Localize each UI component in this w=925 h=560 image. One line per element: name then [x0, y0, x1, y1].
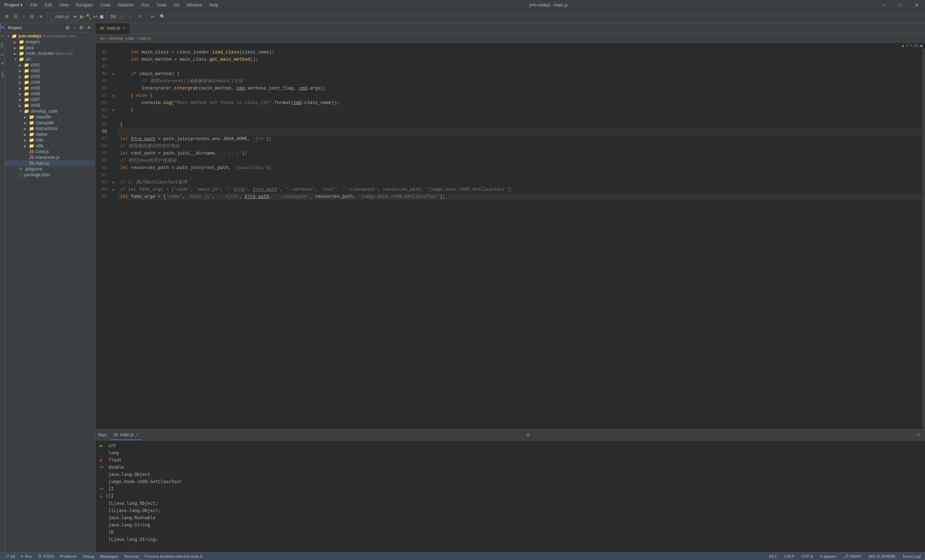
- search-button[interactable]: 🔍: [158, 13, 167, 20]
- tree-item-cmd-js[interactable]: JSCmd.js: [5, 149, 95, 155]
- toolbar-settings-btn[interactable]: ⚙: [28, 13, 36, 20]
- run-settings-btn[interactable]: ⚙: [524, 431, 532, 438]
- code-line-53[interactable]: }: [117, 107, 922, 114]
- code-line-51[interactable]: } else {: [117, 92, 922, 99]
- code-line-58[interactable]: // 得到项目路径的绝对地址: [117, 143, 922, 150]
- side-icon-commit[interactable]: C: [0, 32, 5, 40]
- menu-navigate[interactable]: Navigate: [72, 1, 96, 9]
- tree-item-classfile[interactable]: ▶📁classfile: [5, 114, 95, 120]
- tree-item-ch03[interactable]: ▶📁ch03: [5, 74, 95, 80]
- side-icon-npm[interactable]: npm: [0, 68, 5, 81]
- tree-item-src[interactable]: ▼ 📁 src: [5, 56, 95, 62]
- tab-main-js[interactable]: JS main.js ✕: [95, 23, 130, 34]
- toolbar-btn2[interactable]: ☰: [12, 13, 20, 20]
- code-line-56[interactable]: [117, 128, 922, 135]
- tree-item-native[interactable]: ▶📁native: [5, 131, 95, 137]
- run-tab-close[interactable]: ✕: [136, 432, 139, 437]
- tree-item-ch01[interactable]: ▶📁ch01: [5, 62, 95, 68]
- maximize-button[interactable]: □: [892, 0, 908, 10]
- sidebar-icon-btn2[interactable]: ↕: [72, 24, 77, 31]
- minimize-button[interactable]: ─: [875, 0, 892, 10]
- tree-item-develop-code[interactable]: ▼📁develop_code: [5, 108, 95, 114]
- menu-help[interactable]: Help: [206, 1, 222, 9]
- menu-refactor[interactable]: Refactor: [114, 1, 138, 9]
- code-line-52[interactable]: console.log("Main method not found in cl…: [117, 99, 922, 107]
- status-todo[interactable]: ☰ TODO: [36, 554, 56, 558]
- code-line-46[interactable]: let main_method = main_class.get_main_me…: [117, 56, 922, 63]
- tree-item-gitignore[interactable]: ▶⚙.gitignore: [5, 166, 95, 172]
- code-line-54[interactable]: [117, 114, 922, 121]
- code-line-65[interactable]: let fake_args = ['node', 'main.js', '--X…: [117, 193, 922, 200]
- tree-item-utils[interactable]: ▶📁utils: [5, 143, 95, 149]
- code-line-59[interactable]: let root_path = path.join(__dirname, '..…: [117, 150, 922, 157]
- toolbar-project-btn[interactable]: ⚙: [3, 13, 11, 20]
- tree-item-ch08[interactable]: ▶📁ch08: [5, 102, 95, 108]
- tree-item-interpreter-js[interactable]: JSInterpreter.js: [5, 155, 95, 160]
- tree-item-instructions[interactable]: ▶📁instructions: [5, 126, 95, 131]
- code-line-50[interactable]: Interpreter.interpret(main_method, cmd.v…: [117, 85, 922, 92]
- status-memory[interactable]: 681 of 2048MB: [867, 554, 897, 558]
- side-icon-project[interactable]: P: [0, 23, 5, 32]
- menu-view[interactable]: View: [56, 1, 72, 9]
- git-check[interactable]: ✓: [119, 13, 126, 20]
- tree-item-ch06[interactable]: ▶📁ch06: [5, 91, 95, 97]
- menu-edit[interactable]: Edit: [41, 1, 56, 9]
- build-button[interactable]: 🔨: [86, 14, 92, 20]
- tree-item-ch07[interactable]: ▶📁ch07: [5, 97, 95, 102]
- breadcrumb-main-js[interactable]: main.js: [139, 36, 151, 41]
- tree-item-package-json[interactable]: ▶{ }package.json: [5, 172, 95, 178]
- code-line-47[interactable]: [117, 63, 922, 71]
- tree-item-ch02[interactable]: ▶📁ch02: [5, 68, 95, 74]
- tree-item-java[interactable]: ▶ 📁 java: [5, 45, 95, 51]
- status-event-log[interactable]: Event Log: [901, 554, 922, 558]
- code-line-48[interactable]: if (main_method) {: [117, 71, 922, 78]
- code-line-60[interactable]: // 得到java的用户类路径: [117, 157, 922, 164]
- menu-code[interactable]: Code: [96, 1, 114, 9]
- code-content[interactable]: 45 46 47 48 49 50 51 52 53 54 55 56 57 5…: [95, 49, 925, 429]
- status-position[interactable]: 56:1: [768, 554, 778, 558]
- status-debug[interactable]: Debug: [81, 554, 95, 558]
- tree-item-images[interactable]: ▶ 📁 images: [5, 39, 95, 45]
- run-tab-main-js[interactable]: JS main.js ✕: [110, 429, 142, 440]
- tree-item-rtda[interactable]: ▶📁rtda: [5, 137, 95, 143]
- toolbar-close-btn[interactable]: ✕: [37, 13, 44, 20]
- tree-item-node-modules[interactable]: ▶ 📁 node_modules library root: [5, 51, 95, 56]
- menu-run[interactable]: Run: [138, 1, 153, 9]
- side-icon-structure[interactable]: S: [0, 51, 5, 59]
- status-run[interactable]: ▶ Run: [20, 554, 34, 558]
- menu-file[interactable]: File: [27, 1, 41, 9]
- toolbar-btn3[interactable]: ↕: [21, 13, 27, 20]
- close-button[interactable]: ✕: [908, 0, 925, 10]
- stop-button[interactable]: ⏹: [99, 14, 104, 20]
- breadcrumb-develop-code[interactable]: develop_code: [109, 36, 134, 41]
- status-terminal[interactable]: Terminal: [122, 554, 140, 558]
- reload-button[interactable]: ↩: [93, 14, 98, 20]
- undo-button[interactable]: ↩: [149, 13, 157, 20]
- sidebar-icon-btn1[interactable]: ⊞: [65, 24, 71, 31]
- status-line-ending[interactable]: CRLF: [783, 554, 796, 558]
- git-push[interactable]: ✓: [127, 13, 134, 20]
- side-icon-pull[interactable]: PR: [0, 40, 5, 51]
- status-encoding[interactable]: UTF-8: [800, 554, 814, 558]
- code-line-49[interactable]: // 调用interpret()函数解析执行main()方法: [117, 78, 922, 85]
- run-button[interactable]: ▶: [80, 13, 84, 20]
- code-line-61[interactable]: let resources_path = path.join(root_path…: [117, 164, 922, 171]
- code-line-64[interactable]: // let fake_args = ['node', 'main.js', '…: [117, 186, 922, 193]
- menu-window[interactable]: Window: [183, 1, 206, 9]
- git-arrow[interactable]: ↗: [136, 13, 143, 20]
- status-messages[interactable]: Messages: [99, 554, 120, 558]
- code-line-45[interactable]: let main_class = class_loader.load_class…: [117, 49, 922, 56]
- status-branch[interactable]: ⎇ master: [842, 554, 863, 558]
- code-line-63[interactable]: // 1. 执行GetClassTest程序: [117, 179, 922, 186]
- status-indent[interactable]: 4 spaces: [819, 554, 838, 558]
- sidebar-icon-btn4[interactable]: ✕: [86, 24, 92, 31]
- tree-root-item[interactable]: ▼ 📁 jvm-nodejs E:\LearningDisk\Learning_…: [5, 33, 95, 39]
- tree-item-ch05[interactable]: ▶📁ch05: [5, 85, 95, 91]
- code-line-55[interactable]: }: [117, 121, 922, 128]
- run-config-dropdown[interactable]: main.js: [51, 13, 78, 21]
- side-icon-favorites[interactable]: ★: [0, 59, 5, 68]
- sidebar-icon-btn3[interactable]: ⚙: [78, 24, 84, 31]
- tree-item-ch04[interactable]: ▶📁ch04: [5, 80, 95, 85]
- run-close-btn[interactable]: ✕: [914, 431, 922, 438]
- menu-git[interactable]: Git: [170, 1, 183, 9]
